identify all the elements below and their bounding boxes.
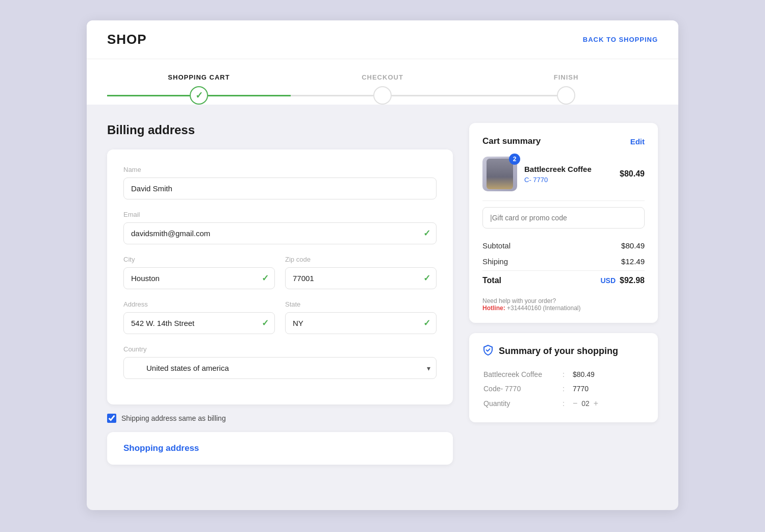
- billing-title: Billing address: [107, 123, 453, 137]
- summary-row-product: Battlecreek Coffee : $80.49: [482, 367, 645, 382]
- promo-input[interactable]: [482, 207, 645, 229]
- state-input[interactable]: [285, 312, 437, 334]
- address-input[interactable]: [123, 312, 275, 334]
- step-checkout: CHECKOUT: [291, 73, 474, 105]
- main-content: Billing address Name Email ✓: [87, 105, 678, 485]
- product-price: $80.49: [620, 169, 645, 179]
- step-shopping-cart: SHOPPING CART ✓: [107, 73, 291, 105]
- shopping-address-title: Shopping address: [123, 443, 437, 453]
- country-input[interactable]: [123, 357, 437, 379]
- help-text: Need help with your order? Hotline: +314…: [482, 297, 645, 312]
- email-input[interactable]: [123, 222, 437, 244]
- email-input-wrapper: ✓: [123, 222, 437, 244]
- shipping-label: Shiping: [482, 257, 508, 266]
- steps: SHOPPING CART ✓ CHECKOUT: [107, 73, 658, 105]
- name-group: Name: [123, 166, 437, 199]
- city-zip-row: City ✓ Zip code ✓: [123, 256, 437, 289]
- country-input-wrapper: 🇺🇸 ▾: [123, 357, 437, 379]
- zip-check-icon: ✓: [423, 273, 430, 284]
- page-wrapper: SHOP BACK TO SHOPPING SHOPPING CART ✓ CH…: [87, 20, 678, 510]
- address-input-wrapper: ✓: [123, 312, 275, 334]
- step-finish: FINISH: [474, 73, 658, 105]
- step3-left-line: [474, 95, 557, 96]
- country-label: Country: [123, 345, 437, 353]
- product-image-wrapper: 2: [482, 157, 517, 191]
- shield-icon: [482, 344, 494, 358]
- name-input-wrapper: [123, 178, 437, 199]
- product-quantity-badge: 2: [509, 154, 520, 165]
- back-to-shopping-link[interactable]: BACK TO SHOPPING: [583, 36, 658, 43]
- summary-card-title: Summary of your shopping: [499, 346, 618, 357]
- shipping-row: Shiping $12.49: [482, 254, 645, 269]
- step1-left-line: [107, 95, 190, 96]
- product-row: 2 Battlecreek Coffee C- 7770 $80.49: [482, 157, 645, 191]
- step1-line-container: ✓: [107, 86, 291, 105]
- cart-card-header: Cart summary Edit: [482, 136, 645, 146]
- address-state-row: Address ✓ State ✓: [123, 300, 437, 334]
- help-text-label: Need help with your order?: [482, 297, 556, 305]
- zip-input[interactable]: [285, 267, 437, 289]
- shopping-address-section: Shopping address: [107, 432, 453, 465]
- progress-section: SHOPPING CART ✓ CHECKOUT: [87, 59, 678, 105]
- subtotal-value: $80.49: [621, 241, 645, 250]
- email-check-icon: ✓: [423, 228, 430, 239]
- name-input[interactable]: [123, 178, 437, 199]
- step2-left-line: [291, 95, 373, 96]
- shipping-same-label: Shipping address same as billing: [121, 414, 226, 422]
- edit-link[interactable]: Edit: [630, 137, 645, 146]
- address-group: Address ✓: [123, 300, 275, 334]
- address-label: Address: [123, 300, 275, 308]
- country-group: Country 🇺🇸 ▾: [123, 345, 437, 379]
- step2-right-line: [392, 95, 474, 96]
- cart-summary-card: Cart summary Edit 2 Battlecreek Coffee C…: [469, 123, 658, 323]
- summary-card-header: Summary of your shopping: [482, 344, 645, 358]
- step1-right-line: [208, 95, 291, 96]
- zip-label: Zip code: [285, 256, 437, 263]
- state-group: State ✓: [285, 300, 437, 334]
- product-name: Battlecreek Coffee: [524, 164, 613, 174]
- step-label-finish: FINISH: [554, 73, 579, 81]
- product-info: Battlecreek Coffee C- 7770: [524, 164, 613, 184]
- summary-qty-value: − 02 +: [572, 396, 645, 411]
- right-column: Cart summary Edit 2 Battlecreek Coffee C…: [469, 123, 658, 422]
- email-label: Email: [123, 211, 437, 218]
- name-label: Name: [123, 166, 437, 173]
- qty-decrease-button[interactable]: −: [573, 399, 577, 408]
- qty-increase-button[interactable]: +: [594, 399, 598, 408]
- summary-product-value: $80.49: [572, 367, 645, 382]
- summary-code-label: Code- 7770: [482, 382, 555, 396]
- product-image-inner: [487, 159, 513, 189]
- city-group: City ✓: [123, 256, 275, 289]
- qty-value: 02: [581, 399, 590, 408]
- step3-right-line: [575, 95, 658, 96]
- city-check-icon: ✓: [262, 273, 269, 284]
- city-label: City: [123, 256, 275, 263]
- summary-row-qty: Quantity : − 02 +: [482, 396, 645, 411]
- city-input[interactable]: [123, 267, 275, 289]
- qty-control: − 02 +: [573, 399, 644, 408]
- shop-logo: SHOP: [107, 32, 147, 47]
- address-check-icon: ✓: [262, 318, 269, 328]
- product-code: C- 7770: [524, 176, 613, 184]
- step2-line-container: [291, 86, 474, 105]
- summary-qty-sep: :: [555, 396, 572, 411]
- email-group: Email ✓: [123, 211, 437, 244]
- step-label-shopping-cart: SHOPPING CART: [168, 73, 230, 81]
- summary-table: Battlecreek Coffee : $80.49 Code- 7770 :…: [482, 367, 645, 411]
- state-label: State: [285, 300, 437, 308]
- left-column: Billing address Name Email ✓: [107, 123, 453, 465]
- step-label-checkout: CHECKOUT: [362, 73, 403, 81]
- summary-product-sep: :: [555, 367, 572, 382]
- subtotal-label: Subtotal: [482, 241, 511, 250]
- total-value-group: USD $92.98: [601, 276, 645, 285]
- shipping-same-checkbox[interactable]: [107, 414, 116, 423]
- step1-circle: ✓: [190, 86, 208, 105]
- billing-form-card: Name Email ✓ City: [107, 149, 453, 404]
- cart-summary-title: Cart summary: [482, 136, 541, 146]
- hotline-value: +314440160 (International): [507, 305, 580, 312]
- zip-input-wrapper: ✓: [285, 267, 437, 289]
- divider: [482, 200, 645, 201]
- step2-circle: [373, 86, 392, 105]
- step1-check-icon: ✓: [195, 90, 203, 101]
- total-row: Total USD $92.98: [482, 270, 645, 290]
